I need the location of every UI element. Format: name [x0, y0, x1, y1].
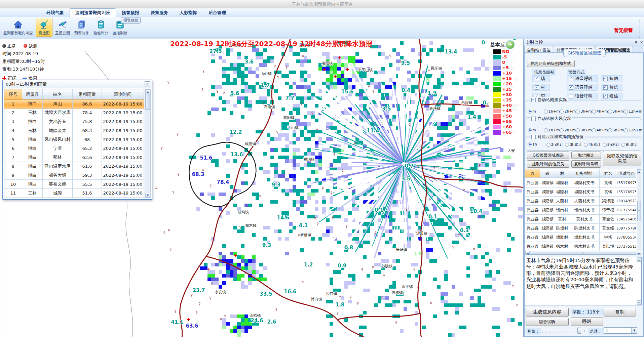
- checkbox[interactable]: [569, 85, 573, 90]
- radio-option[interactable]: 12h+m: [624, 109, 642, 114]
- contact-row[interactable]: 兴业县城隍镇城隍村城隍村支书黄铸135176975: [525, 178, 637, 187]
- volume-slider-thumb[interactable]: [577, 328, 581, 334]
- checkbox[interactable]: [535, 85, 539, 90]
- checkbox[interactable]: [603, 85, 608, 90]
- contact-table-hscrollbar[interactable]: ◀ ||| ▶: [525, 251, 641, 255]
- contact-row[interactable]: 兴业县城隍镇枫木村枫木村支书吴以悦137375511: [525, 242, 637, 251]
- radio[interactable]: [546, 143, 551, 147]
- scroll-up-icon[interactable]: ▲: [637, 257, 641, 262]
- contact-row[interactable]: 兴业县城隍镇城隍村城隍村支书黄铸135176975: [525, 187, 637, 197]
- contact-table-vscrollbar[interactable]: ▲ ≡: [637, 169, 641, 250]
- scroll-down-icon[interactable]: ▼: [145, 193, 150, 198]
- radio-option[interactable]: 2h+m: [560, 128, 576, 132]
- rain-table-window[interactable]: 03时~15时累积雨量 ✕ 序号所属县站名累积雨量观测时间1博白凤山86.620…: [2, 80, 152, 200]
- call-button[interactable]: 呼叫: [571, 317, 603, 326]
- table-row[interactable]: 3博白文地姜充75.82022-08-19 15:00: [4, 117, 145, 126]
- radio-option[interactable]: 3h+m: [576, 109, 592, 114]
- radio-option[interactable]: 1h+m: [544, 109, 560, 114]
- column-header[interactable]: 电话号码: [617, 169, 636, 178]
- radio-option[interactable]: m: [528, 128, 536, 132]
- menu-tab-4[interactable]: 人影指挥: [174, 8, 203, 17]
- menu-tab-3[interactable]: 决策服务: [145, 8, 174, 17]
- menu-tab-1[interactable]: 监测预警靶向叫应: [70, 8, 116, 17]
- radio[interactable]: [624, 128, 628, 132]
- contact-row[interactable]: 兴业县城隍镇塘肚村塘肚村支书钟塔137885534: [525, 233, 637, 242]
- table-row[interactable]: 8博白亚山温罗水库61.62022-08-19 15:00: [4, 162, 145, 171]
- radio-option[interactable]: 4h+m: [592, 109, 608, 114]
- checkbox[interactable]: [569, 77, 573, 81]
- contact-row[interactable]: 兴业县城隍镇大西村大西村支书梁泽建130149571: [525, 197, 637, 206]
- level-checkbox-镇[interactable]: 镇: [532, 75, 550, 82]
- radio[interactable]: [592, 110, 596, 114]
- extract-call-button[interactable]: 提取呼叫的信息员: [527, 160, 569, 168]
- close-icon[interactable]: ✕: [639, 40, 644, 45]
- voice-call-checkbox-1[interactable]: 语音呼叫: [567, 84, 598, 91]
- radio[interactable]: [608, 128, 612, 132]
- contact-row[interactable]: 兴业县城隍镇镇南村镇南村支书谭于模151775946: [525, 206, 637, 215]
- radio-option[interactable]: 4h+m: [592, 128, 608, 132]
- legend-expand-button[interactable]: +: [506, 40, 515, 49]
- contact-row[interactable]: 兴业县城隍镇莫村莫村支书覃金乾134575405: [525, 215, 637, 224]
- column-header[interactable]: 累积雨量: [73, 89, 102, 100]
- column-header[interactable]: 职务/地址: [569, 169, 600, 178]
- menu-tab-0[interactable]: 环境气象: [41, 8, 70, 17]
- column-header[interactable]: 姓名: [600, 169, 617, 178]
- copy-button[interactable]: 复制: [604, 308, 636, 317]
- table-row[interactable]: 2玉林城隍大西水库78.42022-08-19 15:00: [4, 109, 145, 118]
- radio-option[interactable]: 5h累计: [603, 142, 619, 147]
- toolbar-item-2[interactable]: 卫星云图: [53, 18, 72, 37]
- level-mode-button[interactable]: 靶向叫应的级别和方式: [527, 60, 575, 67]
- copy-numbers-button[interactable]: 复制呼叫号码: [571, 160, 601, 168]
- scroll-thumb[interactable]: |||: [530, 251, 636, 255]
- radio[interactable]: [624, 110, 628, 114]
- radio[interactable]: [544, 128, 548, 132]
- table-row[interactable]: 9博白顿谷大塘59.32022-08-19 15:00: [4, 171, 145, 180]
- radio[interactable]: [603, 143, 607, 147]
- voice-preview-button[interactable]: 语音试听: [526, 318, 569, 326]
- level-checkbox-村[interactable]: 村: [532, 84, 550, 91]
- radio[interactable]: [560, 110, 564, 114]
- group-checkbox[interactable]: [531, 98, 536, 102]
- sms-checkbox-0[interactable]: 短信: [601, 75, 622, 82]
- scroll-right-icon[interactable]: ▶: [637, 251, 641, 255]
- toolbar-item-3[interactable]: 预警制作: [73, 18, 91, 37]
- pin-icon[interactable]: [634, 40, 638, 45]
- gis-select-button[interactable]: GIS预警区域圈选: [527, 152, 569, 159]
- radio[interactable]: [584, 143, 588, 147]
- close-icon[interactable]: ✕: [145, 81, 150, 87]
- radio[interactable]: [544, 110, 548, 114]
- scroll-down-icon[interactable]: ▼: [637, 300, 641, 305]
- menu-tab-5[interactable]: 后台管理: [203, 8, 232, 17]
- radio[interactable]: [528, 128, 532, 132]
- checkbox[interactable]: [603, 94, 608, 98]
- toolbar-item-0[interactable]: 监测预警靶向叫应: [2, 18, 35, 37]
- column-header[interactable]: 观测时间: [102, 89, 144, 100]
- cancel-select-button[interactable]: 取消圈选: [571, 152, 601, 159]
- menu-tab-2[interactable]: 预警预报: [116, 8, 145, 17]
- radio-option[interactable]: 4h累计: [584, 142, 601, 147]
- column-header[interactable]: 站名: [43, 89, 73, 100]
- radio[interactable]: [621, 143, 625, 147]
- contact-row[interactable]: 兴业县城隍镇陈塘村陈塘村支书莫文绍139775796: [525, 224, 637, 233]
- checkbox[interactable]: [569, 94, 573, 98]
- radio-option[interactable]: 12h+m: [624, 128, 642, 132]
- radio[interactable]: [608, 110, 612, 114]
- extract-sms-button[interactable]: 提取发短信的信息员: [603, 151, 641, 166]
- radio[interactable]: [528, 142, 532, 146]
- radio[interactable]: [576, 110, 580, 114]
- column-header[interactable]: 所属县: [22, 89, 43, 100]
- radio-option[interactable]: 3h+m: [576, 128, 592, 132]
- scroll-up-icon[interactable]: ▲: [145, 89, 150, 94]
- message-box[interactable]: 玉林市气象台19日5时15分发布暴雨橙色预警信号：4时以来兴业县城隍大西水库已出…: [525, 257, 642, 305]
- radio-option[interactable]: 2h累计: [546, 142, 563, 147]
- table-row[interactable]: 6博白宁潭65.22022-08-19 15:00: [4, 144, 145, 153]
- generate-message-button[interactable]: 生成信息内容: [526, 308, 569, 317]
- radio[interactable]: [528, 110, 532, 114]
- voice-call-checkbox-0[interactable]: 语音呼叫: [567, 75, 598, 82]
- speed-select[interactable]: 1 ▼: [604, 327, 637, 334]
- radio[interactable]: [565, 143, 569, 147]
- voice-call-checkbox-2[interactable]: 语音呼叫: [567, 93, 598, 99]
- column-header[interactable]: 镇: [540, 169, 555, 178]
- table-row[interactable]: 7博白那林63.62022-08-19 15:00: [4, 153, 145, 162]
- table-row[interactable]: 5博白凤山镇凤山村682022-08-19 15:00: [4, 135, 145, 144]
